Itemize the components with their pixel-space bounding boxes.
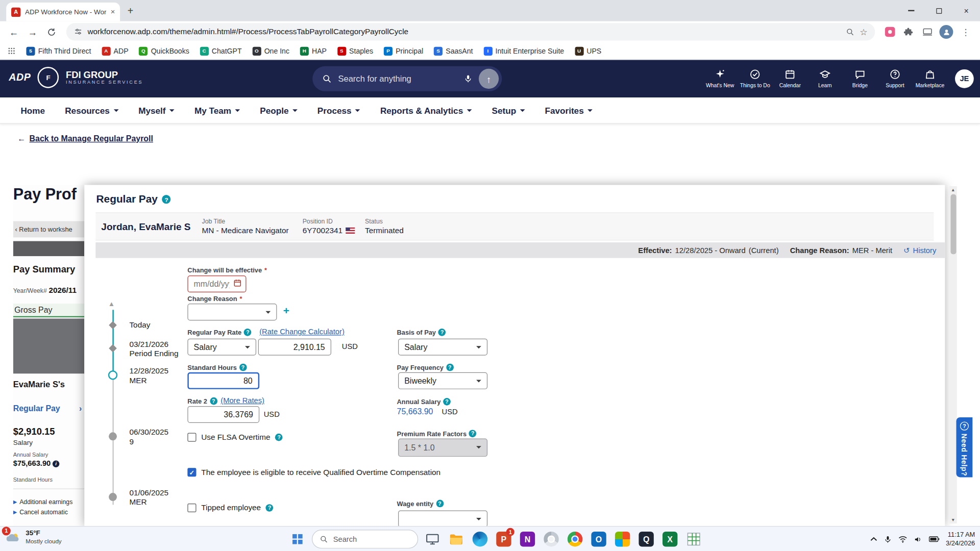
edge-icon[interactable]	[471, 530, 489, 548]
zoom-icon[interactable]	[846, 28, 854, 36]
additional-earnings-link[interactable]: ▶Additional earnings	[13, 498, 85, 505]
nav-resources[interactable]: Resources	[55, 97, 129, 123]
wifi-icon[interactable]	[898, 535, 908, 543]
quickbooks-icon[interactable]: Q	[637, 530, 656, 548]
bookmark-item[interactable]: 5Fifth Third Direct	[26, 46, 91, 55]
tray-expand-icon[interactable]	[870, 537, 878, 542]
help-icon[interactable]: ?	[239, 364, 247, 371]
nav-process[interactable]: Process	[307, 97, 370, 123]
bridge-button[interactable]: Bridge	[844, 69, 876, 89]
flsa-overtime-checkbox[interactable]	[187, 433, 196, 442]
learn-button[interactable]: Learn	[808, 69, 841, 89]
cancel-automatic-link[interactable]: ▶Cancel automatic	[13, 509, 85, 515]
timeline-label[interactable]: 12/28/2025MER	[129, 367, 168, 385]
tab-close-icon[interactable]: ×	[111, 8, 115, 16]
annual-salary-amount[interactable]: 75,663.90	[397, 407, 433, 416]
standard-hours-input[interactable]	[187, 372, 259, 389]
regular-pay-link[interactable]: Regular Pay›	[13, 404, 82, 413]
add-reason-icon[interactable]: +	[283, 305, 289, 317]
need-help-tab[interactable]: ? Need Help?	[956, 417, 972, 478]
nav-my-team[interactable]: My Team	[184, 97, 250, 123]
help-icon[interactable]: ?	[469, 430, 477, 437]
help-icon[interactable]: ?	[275, 434, 283, 441]
scroll-down-icon[interactable]: ▼	[951, 518, 955, 522]
return-to-worksheet-link[interactable]: ‹Return to workshe	[13, 221, 85, 237]
onenote-icon[interactable]: N	[518, 530, 537, 548]
support-button[interactable]: Support	[879, 69, 912, 89]
adp-logo[interactable]: ADP	[9, 72, 31, 83]
pay-rate-amount-input[interactable]	[258, 339, 331, 356]
tipped-employee-checkbox[interactable]	[187, 504, 196, 512]
calendar-button[interactable]: Calendar	[774, 69, 806, 89]
system-tray[interactable]: 11:17 AM 3/24/2026	[870, 529, 975, 549]
weather-widget[interactable]: 1 35°F Mostly cloudy	[5, 529, 62, 545]
qualified-overtime-checkbox[interactable]: ✓	[187, 468, 196, 477]
things-to-do-button[interactable]: Things to Do	[739, 69, 771, 89]
user-avatar[interactable]: JE	[955, 69, 974, 88]
marketplace-button[interactable]: Marketplace	[914, 69, 946, 89]
help-icon[interactable]: ?	[162, 195, 170, 204]
url-bar[interactable]: workforcenow.adp.com/theme/admin.html#/P…	[66, 23, 875, 40]
help-icon[interactable]: ?	[438, 329, 446, 336]
timeline-marker[interactable]	[109, 493, 117, 501]
start-button[interactable]	[288, 530, 307, 548]
bookmark-item[interactable]: AADP	[102, 46, 128, 55]
browser-tab[interactable]: A ADP Workforce Now - Workshe ×	[6, 3, 120, 21]
file-explorer-icon[interactable]	[447, 530, 466, 548]
apps-grid-icon[interactable]	[8, 47, 16, 55]
site-settings-icon[interactable]	[74, 28, 82, 36]
pay-frequency-select[interactable]: Biweekly	[398, 372, 487, 389]
nav-people[interactable]: People	[250, 97, 308, 123]
help-icon[interactable]: ?	[443, 398, 451, 406]
nav-home[interactable]: Home	[11, 97, 55, 123]
bookmark-item[interactable]: SSaasAnt	[434, 46, 473, 55]
more-rates-link[interactable]: (More Rates)	[220, 396, 264, 405]
extension-pink-icon[interactable]	[883, 24, 897, 39]
minimize-button[interactable]	[897, 0, 925, 21]
reload-icon[interactable]	[44, 24, 59, 39]
bookmark-item[interactable]: PPrincipal	[384, 46, 423, 55]
timeline-marker[interactable]	[109, 432, 117, 440]
side-panel-icon[interactable]	[920, 24, 935, 39]
back-to-manage-payroll-link[interactable]: ← Back to Manage Regular Payroll	[17, 134, 153, 143]
browser-menu-icon[interactable]: ⋮	[958, 27, 974, 37]
scrollbar-thumb[interactable]	[950, 194, 956, 255]
bookmark-star-icon[interactable]: ☆	[860, 27, 867, 37]
info-icon[interactable]: i	[53, 460, 59, 467]
nav-favorites[interactable]: Favorites	[535, 97, 603, 123]
clock[interactable]: 11:17 AM 3/24/2026	[946, 531, 975, 547]
volume-icon[interactable]	[914, 535, 923, 543]
timeline-marker-current[interactable]	[108, 370, 117, 380]
powerpoint-icon[interactable]: 1P	[495, 530, 513, 548]
maximize-button[interactable]	[925, 0, 952, 21]
chrome-secondary-icon[interactable]	[542, 530, 561, 548]
profile-avatar-icon[interactable]	[939, 24, 953, 39]
global-search-input[interactable]: Search for anything ↑	[312, 66, 502, 91]
timeline-up-icon[interactable]: ▲	[108, 300, 115, 308]
timeline-marker[interactable]	[109, 321, 117, 330]
office-icon[interactable]	[613, 530, 632, 548]
taskbar-search-input[interactable]: Search	[312, 530, 418, 548]
wage-entity-select[interactable]	[398, 510, 487, 526]
nav-myself[interactable]: Myself	[129, 97, 185, 123]
rate-change-calculator-link[interactable]: (Rate Change Calculator)	[259, 328, 345, 336]
help-icon[interactable]: ?	[436, 500, 444, 508]
excel-icon[interactable]: X	[660, 530, 679, 548]
extensions-puzzle-icon[interactable]	[901, 24, 916, 39]
mic-icon[interactable]	[464, 74, 473, 83]
whats-new-button[interactable]: What's New	[704, 69, 737, 89]
help-icon[interactable]: ?	[266, 504, 274, 512]
help-icon[interactable]: ?	[210, 397, 217, 405]
search-submit-button[interactable]: ↑	[479, 69, 499, 89]
timeline-label[interactable]: 03/21/2026Period Ending	[129, 340, 178, 358]
pay-rate-type-select[interactable]: Salary	[187, 339, 256, 356]
bookmark-item[interactable]: QQuickBooks	[139, 46, 189, 55]
calendar-icon[interactable]	[233, 279, 242, 290]
timeline-marker[interactable]	[109, 344, 117, 353]
scroll-up-icon[interactable]: ▲	[951, 187, 955, 192]
bookmark-item[interactable]: CChatGPT	[200, 46, 242, 55]
history-button[interactable]: ↺History	[903, 246, 936, 255]
help-icon[interactable]: ?	[244, 329, 252, 336]
basis-of-pay-select[interactable]: Salary	[398, 339, 487, 356]
bookmark-item[interactable]: SStaples	[337, 46, 373, 55]
